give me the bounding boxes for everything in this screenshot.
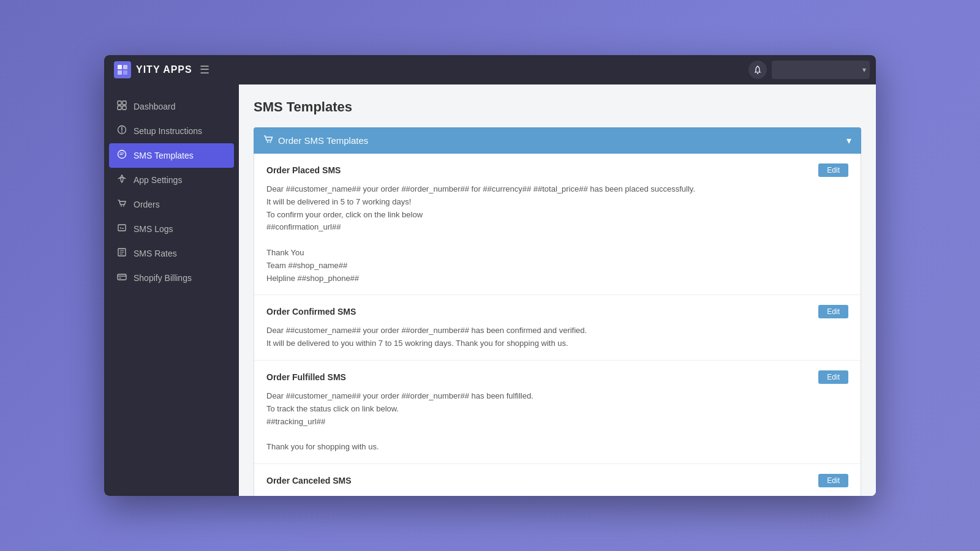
sidebar-item-setup-instructions[interactable]: Setup Instructions <box>104 119 239 143</box>
app-settings-icon <box>116 174 127 186</box>
app-window: YITY APPS ☰ ▾ <box>104 55 876 496</box>
sms-rates-icon <box>116 247 127 260</box>
cart-icon <box>263 135 273 146</box>
notification-bell[interactable] <box>748 61 767 79</box>
svg-rect-6 <box>123 101 126 105</box>
svg-point-11 <box>121 206 122 207</box>
svg-rect-7 <box>118 106 121 110</box>
edit-button-order-confirmed[interactable]: Edit <box>818 305 848 318</box>
app-name: YITY APPS <box>136 64 192 75</box>
svg-rect-2 <box>118 70 122 75</box>
template-title-placed: Order Placed SMS <box>266 165 341 175</box>
main-layout: Dashboard Setup Instructions <box>104 84 876 496</box>
sidebar-label-sms-rates: SMS Rates <box>134 249 177 258</box>
sidebar-item-sms-rates[interactable]: SMS Rates <box>104 241 239 266</box>
navbar-right: ▾ <box>748 61 866 79</box>
edit-button-order-fulfilled[interactable]: Edit <box>818 370 848 384</box>
sidebar-label-shopify-billings: Shopify Billings <box>134 273 192 283</box>
template-body-fulfilled: Dear ##customer_name## your order ##orde… <box>266 390 848 454</box>
sidebar-label-sms-logs: SMS Logs <box>134 224 173 234</box>
edit-button-order-placed[interactable]: Edit <box>818 163 848 177</box>
orders-icon <box>116 198 127 211</box>
svg-point-12 <box>123 206 124 207</box>
sidebar-label-setup: Setup Instructions <box>134 126 202 136</box>
svg-point-4 <box>757 73 758 74</box>
template-order-canceled: Order Canceled SMS Edit Dear ##customer_… <box>254 464 861 496</box>
template-order-placed: Order Placed SMS Edit Dear ##customer_na… <box>254 154 861 295</box>
svg-rect-0 <box>118 65 122 69</box>
sidebar-item-app-settings[interactable]: App Settings <box>104 168 239 192</box>
template-title-fulfilled: Order Fulfilled SMS <box>266 372 346 382</box>
sms-templates-icon <box>116 149 127 162</box>
sms-logs-icon <box>116 223 127 235</box>
template-body-placed: Dear ##customer_name## your order ##orde… <box>266 183 848 285</box>
section-header-label: Order SMS Templates <box>263 135 368 146</box>
sidebar-item-sms-logs[interactable]: SMS Logs <box>104 217 239 241</box>
dashboard-icon <box>116 100 127 113</box>
sidebar-label-app-settings: App Settings <box>134 175 182 185</box>
sidebar-label-orders: Orders <box>134 200 160 209</box>
page-title: SMS Templates <box>254 99 861 115</box>
svg-point-17 <box>267 141 268 143</box>
store-chevron-icon: ▾ <box>862 66 866 74</box>
sidebar-item-orders[interactable]: Orders <box>104 192 239 217</box>
order-sms-section: Order SMS Templates ▾ Order Placed SMS E… <box>254 127 861 496</box>
content-area: SMS Templates Order SMS Templates <box>239 84 876 496</box>
sidebar-item-sms-templates[interactable]: SMS Templates <box>109 143 234 168</box>
template-header-confirmed: Order Confirmed SMS Edit <box>266 305 848 318</box>
template-body-confirmed: Dear ##customer_name## your order ##orde… <box>266 324 848 350</box>
svg-rect-5 <box>118 101 121 105</box>
navbar: YITY APPS ☰ ▾ <box>104 55 876 84</box>
template-header: Order Placed SMS Edit <box>266 163 848 177</box>
logo-icon <box>114 61 131 78</box>
template-body-canceled: Dear ##customer_name## your order ##orde… <box>266 493 848 496</box>
svg-rect-1 <box>123 65 127 69</box>
edit-button-order-canceled[interactable]: Edit <box>818 474 848 487</box>
template-order-confirmed: Order Confirmed SMS Edit Dear ##customer… <box>254 295 861 361</box>
app-logo: YITY APPS <box>114 61 192 78</box>
templates-container: Order Placed SMS Edit Dear ##customer_na… <box>254 154 861 496</box>
template-header-fulfilled: Order Fulfilled SMS Edit <box>266 370 848 384</box>
template-title-confirmed: Order Confirmed SMS <box>266 307 356 317</box>
svg-point-18 <box>270 141 271 143</box>
template-header-canceled: Order Canceled SMS Edit <box>266 474 848 487</box>
hamburger-icon[interactable]: ☰ <box>200 63 209 77</box>
sidebar-item-shopify-billings[interactable]: Shopify Billings <box>104 266 239 290</box>
section-collapse-icon: ▾ <box>846 135 851 146</box>
svg-rect-8 <box>123 106 126 110</box>
template-order-fulfilled: Order Fulfilled SMS Edit Dear ##customer… <box>254 361 861 464</box>
order-section-header[interactable]: Order SMS Templates ▾ <box>254 127 861 154</box>
sidebar-label-dashboard: Dashboard <box>134 102 176 111</box>
store-selector[interactable] <box>772 61 870 79</box>
sidebar-item-dashboard[interactable]: Dashboard <box>104 94 239 119</box>
svg-rect-16 <box>119 278 121 279</box>
template-title-canceled: Order Canceled SMS <box>266 476 352 485</box>
setup-icon <box>116 125 127 137</box>
sidebar: Dashboard Setup Instructions <box>104 84 239 496</box>
shopify-billings-icon <box>116 272 127 284</box>
svg-rect-3 <box>123 70 127 75</box>
svg-rect-15 <box>118 274 126 280</box>
sidebar-label-sms-templates: SMS Templates <box>134 151 194 160</box>
